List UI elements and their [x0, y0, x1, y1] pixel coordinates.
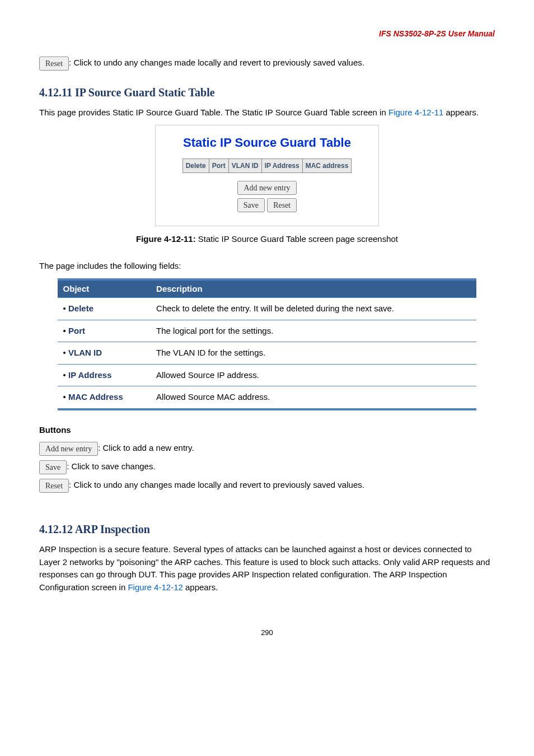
obj-label-ipaddr: IP Address: [68, 370, 112, 380]
button-line-reset: Reset: Click to undo any changes made lo…: [39, 479, 495, 493]
reset-button[interactable]: Reset: [39, 479, 69, 493]
obj-label-delete: Delete: [68, 304, 93, 313]
table-row: • Delete Check to delete the entry. It w…: [58, 298, 477, 320]
section-title-arp: 4.12.12 ARP Inspection: [39, 521, 495, 538]
obj-label-macaddr: MAC Address: [68, 392, 123, 402]
obj-label-vlanid: VLAN ID: [68, 348, 102, 357]
obj-desc-ipaddr: Allowed Source IP address.: [151, 364, 476, 386]
figure-th-delete: Delete: [182, 158, 209, 172]
object-th-description: Description: [151, 279, 476, 298]
figure-link-4-12-12[interactable]: Figure 4-12-12: [128, 582, 182, 592]
obj-desc-macaddr: Allowed Source MAC address.: [151, 386, 476, 409]
save-text: : Click to save changes.: [67, 461, 155, 471]
obj-label-port: Port: [68, 326, 85, 335]
obj-desc-vlanid: The VLAN ID for the settings.: [151, 342, 476, 365]
figure-reset-button[interactable]: Reset: [267, 198, 297, 212]
figure-th-ipaddr: IP Address: [261, 158, 302, 172]
button-line-save: Save: Click to save changes.: [39, 460, 495, 474]
reset-text: : Click to undo any changes made locally…: [69, 480, 364, 489]
page-header: IFS NS3502-8P-2S User Manual: [39, 28, 495, 40]
page-number: 290: [39, 627, 495, 638]
figure-box-ipsg: Static IP Source Guard Table Delete Port…: [155, 125, 379, 226]
section-title-ipsg: 4.12.11 IP Source Guard Static Table: [39, 84, 495, 101]
table-row: • VLAN ID The VLAN ID for the settings.: [58, 342, 477, 365]
object-th-object: Object: [58, 279, 151, 298]
object-table: Object Description • Delete Check to del…: [58, 278, 477, 410]
reset-button-top[interactable]: Reset: [39, 57, 69, 71]
section2-para: ARP Inspection is a secure feature. Seve…: [39, 543, 495, 594]
intro-reset-line: Reset: Click to undo any changes made lo…: [39, 57, 495, 71]
section2-para-b: appears.: [183, 582, 218, 592]
figure-th-macaddr: MAC address: [302, 158, 352, 172]
section2-para-a: ARP Inspection is a secure feature. Seve…: [39, 544, 490, 592]
obj-desc-delete: Check to delete the entry. It will be de…: [151, 298, 476, 320]
section1-intro: This page provides Static IP Source Guar…: [39, 106, 495, 119]
figure-th-vlanid: VLAN ID: [228, 158, 261, 172]
intro-reset-text: : Click to undo any changes made locally…: [69, 58, 364, 67]
table-row: • MAC Address Allowed Source MAC address…: [58, 386, 477, 409]
add-new-entry-text: : Click to add a new entry.: [98, 443, 194, 452]
figure-table-header: Delete Port VLAN ID IP Address MAC addre…: [182, 158, 352, 173]
figure-caption-text: Static IP Source Guard Table screen page…: [196, 234, 398, 244]
fields-intro: The page includes the following fields:: [39, 260, 495, 273]
figure-caption-bold: Figure 4-12-11:: [136, 234, 196, 244]
section1-intro-b: appears.: [443, 108, 479, 117]
figure-add-new-entry-button[interactable]: Add new entry: [237, 181, 296, 195]
figure-caption: Figure 4-12-11: Static IP Source Guard T…: [39, 233, 495, 246]
figure-th-port: Port: [209, 158, 228, 172]
button-line-add: Add new entry: Click to add a new entry.: [39, 442, 495, 456]
figure-save-button[interactable]: Save: [237, 198, 265, 212]
section1-intro-a: This page provides Static IP Source Guar…: [39, 108, 388, 117]
figure-link-4-12-11[interactable]: Figure 4-12-11: [388, 108, 443, 117]
figure-title: Static IP Source Guard Table: [160, 133, 374, 152]
save-button[interactable]: Save: [39, 460, 67, 474]
table-row: • Port The logical port for the settings…: [58, 320, 477, 342]
obj-desc-port: The logical port for the settings.: [151, 320, 476, 342]
buttons-heading: Buttons: [39, 424, 495, 437]
add-new-entry-button[interactable]: Add new entry: [39, 442, 98, 456]
table-row: • IP Address Allowed Source IP address.: [58, 364, 477, 386]
